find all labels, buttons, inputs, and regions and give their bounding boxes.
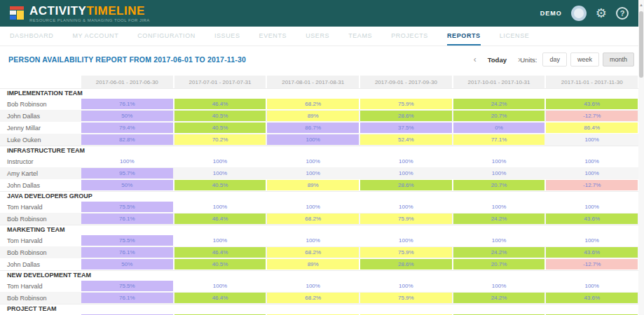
- availability-value: 68.2%: [267, 99, 359, 109]
- availability-value: 76.1%: [81, 99, 173, 109]
- availability-value: 100%: [546, 168, 638, 178]
- availability-value: 76.1%: [81, 293, 173, 303]
- availability-value: 75.9%: [360, 247, 452, 258]
- prev-period-button[interactable]: ‹: [474, 55, 477, 64]
- availability-value: 100%: [453, 202, 545, 212]
- app-logo-icon: [10, 6, 24, 20]
- vertical-scrollbar[interactable]: ▲: [638, 0, 644, 315]
- unit-button-day[interactable]: day: [542, 52, 567, 66]
- availability-cell: 46.4%: [174, 292, 266, 304]
- availability-cell: 43.6%: [546, 246, 638, 258]
- units-switcher: Units: dayweekmonth: [520, 52, 634, 66]
- availability-cell: 75.9%: [360, 246, 452, 258]
- availability-value: 100%: [546, 281, 638, 291]
- availability-value: 46.4%: [174, 247, 266, 258]
- availability-value: -12.7%: [546, 180, 638, 190]
- user-name-label: DEMO: [540, 10, 562, 17]
- nav-item-configuration[interactable]: CONFIGURATION: [137, 27, 196, 46]
- today-button[interactable]: Today: [488, 56, 507, 64]
- app-window: ACTIVITYTIMELINE RESOURCE PLANNING & MAN…: [0, 0, 638, 315]
- availability-value: 100%: [174, 168, 266, 178]
- team-section-header-new-development-team: NEW DEVELOPMENT TEAM: [0, 270, 638, 280]
- availability-value: 68.2%: [267, 293, 359, 303]
- availability-cell: 46.4%: [174, 98, 266, 110]
- column-header: 2017-09-01 - 2017-09-30: [360, 76, 452, 88]
- availability-value: 76.1%: [81, 214, 173, 224]
- availability-cell: 20.7%: [453, 179, 545, 191]
- availability-cell: 68.2%: [267, 246, 359, 258]
- availability-value: 76.1%: [81, 247, 173, 258]
- availability-cell: 40.5%: [174, 179, 266, 191]
- nav-item-events[interactable]: EVENTS: [259, 27, 287, 46]
- availability-cell: -12.7%: [546, 179, 638, 191]
- person-name: John Dallas: [0, 258, 81, 270]
- nav-item-my-account[interactable]: MY ACCOUNT: [72, 27, 118, 46]
- availability-value: 100%: [546, 235, 638, 246]
- table-body: IMPLEMENTATION TEAMBob Robinson76.1%46.4…: [0, 88, 638, 315]
- nav-item-reports[interactable]: REPORTS: [447, 27, 481, 46]
- availability-cell: 100%: [453, 155, 545, 167]
- person-name: Luke Ouken: [0, 134, 81, 146]
- person-row: Amy Kartel95.7%100%100%100%100%100%: [0, 167, 638, 179]
- person-name: Bob Robinson: [0, 292, 81, 304]
- availability-cell: 43.6%: [546, 292, 638, 304]
- availability-value: 75.9%: [360, 99, 452, 109]
- availability-cell: 68.2%: [267, 292, 359, 304]
- availability-cell: 28.6%: [360, 179, 452, 191]
- availability-value: 75.9%: [360, 214, 452, 224]
- nav-item-license[interactable]: LICENSE: [500, 27, 530, 46]
- table-header-name-spacer: [0, 76, 81, 88]
- availability-value: 20.7%: [453, 111, 545, 121]
- nav-item-teams[interactable]: TEAMS: [348, 27, 372, 46]
- availability-table: 2017-06-01 - 2017-06-302017-07-01 - 2017…: [0, 76, 638, 315]
- person-row: Tom Harvald75.5%100%100%100%100%100%: [0, 201, 638, 213]
- availability-value: 43.6%: [546, 99, 638, 109]
- help-icon[interactable]: ?: [616, 7, 629, 20]
- availability-cell: 100%: [360, 155, 452, 167]
- availability-value: 82.8%: [81, 134, 173, 145]
- availability-cell: 86.7%: [267, 122, 359, 134]
- availability-cell: 100%: [174, 280, 266, 292]
- availability-cell: 95.7%: [81, 167, 173, 179]
- nav-item-projects[interactable]: PROJECTS: [391, 27, 428, 46]
- availability-cell: 100%: [546, 155, 638, 167]
- scrollbar-up-arrow-icon[interactable]: ▲: [639, 3, 643, 7]
- person-row: Bob Robinson76.1%46.4%68.2%75.9%24.2%43.…: [0, 246, 638, 258]
- availability-value: 24.2%: [453, 99, 545, 109]
- availability-cell: 20.7%: [453, 258, 545, 270]
- unit-button-month[interactable]: month: [603, 52, 634, 66]
- user-avatar[interactable]: [571, 6, 587, 21]
- availability-cell: 100%: [546, 201, 638, 213]
- availability-value: 100%: [267, 156, 359, 167]
- scrollbar-thumb[interactable]: [639, 11, 643, 78]
- main-nav: DASHBOARDMY ACCOUNTCONFIGURATIONISSUESEV…: [0, 27, 638, 46]
- availability-cell: 100%: [360, 234, 452, 246]
- person-row: Instructor100%100%100%100%100%100%: [0, 155, 638, 167]
- availability-cell: 100%: [453, 167, 545, 179]
- availability-cell: 75.9%: [360, 292, 452, 304]
- availability-cell: 89%: [267, 110, 359, 122]
- units-label: Units:: [520, 56, 537, 64]
- nav-item-dashboard[interactable]: DASHBOARD: [10, 27, 53, 46]
- nav-item-issues[interactable]: ISSUES: [214, 27, 240, 46]
- availability-value: 68.2%: [267, 214, 359, 224]
- person-row: John Dallas50%40.5%89%28.6%20.7%-12.7%: [0, 179, 638, 191]
- availability-value: 100%: [360, 235, 452, 246]
- availability-value: 100%: [360, 281, 452, 291]
- availability-value: 46.4%: [174, 99, 266, 109]
- app-title: ACTIVITYTIMELINE: [29, 5, 150, 17]
- availability-cell: 100%: [453, 280, 545, 292]
- availability-value: 24.2%: [453, 247, 545, 258]
- settings-gear-icon[interactable]: ⚙: [596, 7, 607, 20]
- availability-value: 95.7%: [81, 168, 173, 178]
- availability-cell: 43.6%: [546, 213, 638, 225]
- availability-cell: -12.7%: [546, 258, 638, 270]
- person-name: Amy Kartel: [0, 167, 81, 179]
- person-row: Bob Robinson76.1%46.4%68.2%75.9%24.2%43.…: [0, 292, 638, 304]
- nav-item-users[interactable]: USERS: [306, 27, 329, 46]
- person-row: Bob Robinson76.1%46.4%68.2%75.9%24.2%43.…: [0, 213, 638, 225]
- app-title-timeline: TIMELINE: [86, 4, 144, 18]
- availability-value: 86.4%: [546, 122, 638, 133]
- person-row: Luke Ouken82.8%70.2%100%52.4%77.1%100%: [0, 134, 638, 146]
- unit-button-week[interactable]: week: [570, 52, 599, 66]
